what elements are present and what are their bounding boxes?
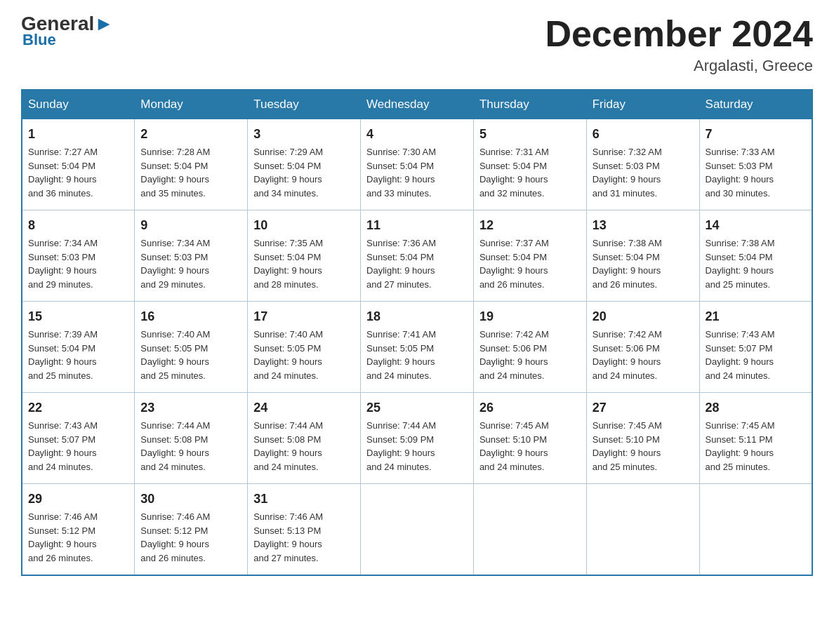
calendar-day-cell: 28Sunrise: 7:45 AMSunset: 5:11 PMDayligh… <box>699 393 812 484</box>
day-info: Sunrise: 7:37 AMSunset: 5:04 PMDaylight:… <box>479 236 581 291</box>
calendar-day-cell: 7Sunrise: 7:33 AMSunset: 5:03 PMDaylight… <box>699 119 812 210</box>
day-info: Sunrise: 7:30 AMSunset: 5:04 PMDaylight:… <box>366 145 468 200</box>
day-info: Sunrise: 7:46 AMSunset: 5:12 PMDaylight:… <box>140 510 241 565</box>
calendar-day-cell: 8Sunrise: 7:34 AMSunset: 5:03 PMDaylight… <box>22 210 135 302</box>
col-header-thursday: Thursday <box>473 90 586 119</box>
calendar-day-cell: 27Sunrise: 7:45 AMSunset: 5:10 PMDayligh… <box>586 393 699 484</box>
day-number: 26 <box>479 398 581 417</box>
day-number: 6 <box>593 125 694 144</box>
month-year-title: December 2024 <box>545 14 813 54</box>
calendar-day-cell <box>586 484 699 576</box>
calendar-day-cell: 24Sunrise: 7:44 AMSunset: 5:08 PMDayligh… <box>248 393 361 484</box>
day-info: Sunrise: 7:46 AMSunset: 5:12 PMDaylight:… <box>28 510 128 565</box>
day-number: 11 <box>366 216 468 235</box>
calendar-day-cell: 21Sunrise: 7:43 AMSunset: 5:07 PMDayligh… <box>699 302 812 393</box>
calendar-week-row: 29Sunrise: 7:46 AMSunset: 5:12 PMDayligh… <box>22 484 812 576</box>
calendar-table: SundayMondayTuesdayWednesdayThursdayFrid… <box>21 89 813 576</box>
calendar-day-cell: 19Sunrise: 7:42 AMSunset: 5:06 PMDayligh… <box>473 302 586 393</box>
day-info: Sunrise: 7:28 AMSunset: 5:04 PMDaylight:… <box>140 145 241 200</box>
day-info: Sunrise: 7:40 AMSunset: 5:05 PMDaylight:… <box>140 328 241 382</box>
calendar-week-row: 1Sunrise: 7:27 AMSunset: 5:04 PMDaylight… <box>22 119 812 210</box>
calendar-week-row: 22Sunrise: 7:43 AMSunset: 5:07 PMDayligh… <box>22 393 812 484</box>
day-info: Sunrise: 7:41 AMSunset: 5:05 PMDaylight:… <box>366 328 468 382</box>
calendar-day-cell: 1Sunrise: 7:27 AMSunset: 5:04 PMDaylight… <box>22 119 135 210</box>
day-info: Sunrise: 7:46 AMSunset: 5:13 PMDaylight:… <box>253 510 355 565</box>
location-label: Argalasti, Greece <box>545 57 813 75</box>
calendar-day-cell: 18Sunrise: 7:41 AMSunset: 5:05 PMDayligh… <box>361 302 474 393</box>
calendar-day-cell: 13Sunrise: 7:38 AMSunset: 5:04 PMDayligh… <box>586 210 699 302</box>
day-number: 17 <box>253 307 355 326</box>
calendar-day-cell: 25Sunrise: 7:44 AMSunset: 5:09 PMDayligh… <box>361 393 474 484</box>
calendar-day-cell: 22Sunrise: 7:43 AMSunset: 5:07 PMDayligh… <box>22 393 135 484</box>
col-header-monday: Monday <box>135 90 248 119</box>
day-info: Sunrise: 7:43 AMSunset: 5:07 PMDaylight:… <box>706 328 806 382</box>
day-number: 1 <box>28 125 128 144</box>
calendar-day-cell: 4Sunrise: 7:30 AMSunset: 5:04 PMDaylight… <box>361 119 474 210</box>
calendar-day-cell: 30Sunrise: 7:46 AMSunset: 5:12 PMDayligh… <box>135 484 248 576</box>
day-info: Sunrise: 7:42 AMSunset: 5:06 PMDaylight:… <box>593 328 694 382</box>
day-number: 12 <box>479 216 581 235</box>
day-number: 2 <box>140 125 241 144</box>
calendar-day-cell: 15Sunrise: 7:39 AMSunset: 5:04 PMDayligh… <box>22 302 135 393</box>
col-header-saturday: Saturday <box>699 90 812 119</box>
day-info: Sunrise: 7:40 AMSunset: 5:05 PMDaylight:… <box>253 328 355 382</box>
day-number: 16 <box>140 307 241 326</box>
calendar-day-cell <box>473 484 586 576</box>
calendar-day-cell: 10Sunrise: 7:35 AMSunset: 5:04 PMDayligh… <box>248 210 361 302</box>
day-number: 18 <box>366 307 468 326</box>
calendar-header-row: SundayMondayTuesdayWednesdayThursdayFrid… <box>22 90 812 119</box>
day-info: Sunrise: 7:34 AMSunset: 5:03 PMDaylight:… <box>140 236 241 291</box>
day-info: Sunrise: 7:32 AMSunset: 5:03 PMDaylight:… <box>593 145 694 200</box>
day-number: 15 <box>28 307 128 326</box>
day-info: Sunrise: 7:34 AMSunset: 5:03 PMDaylight:… <box>28 236 128 291</box>
calendar-day-cell: 2Sunrise: 7:28 AMSunset: 5:04 PMDaylight… <box>135 119 248 210</box>
day-number: 14 <box>706 216 806 235</box>
day-number: 20 <box>593 307 694 326</box>
day-info: Sunrise: 7:27 AMSunset: 5:04 PMDaylight:… <box>28 145 128 200</box>
day-number: 5 <box>479 125 581 144</box>
day-info: Sunrise: 7:44 AMSunset: 5:08 PMDaylight:… <box>140 419 241 474</box>
calendar-day-cell: 20Sunrise: 7:42 AMSunset: 5:06 PMDayligh… <box>586 302 699 393</box>
day-number: 23 <box>140 398 241 417</box>
day-number: 3 <box>253 125 355 144</box>
col-header-tuesday: Tuesday <box>248 90 361 119</box>
day-info: Sunrise: 7:42 AMSunset: 5:06 PMDaylight:… <box>479 328 581 382</box>
calendar-day-cell <box>699 484 812 576</box>
day-info: Sunrise: 7:38 AMSunset: 5:04 PMDaylight:… <box>706 236 806 291</box>
day-number: 21 <box>706 307 806 326</box>
calendar-day-cell: 5Sunrise: 7:31 AMSunset: 5:04 PMDaylight… <box>473 119 586 210</box>
calendar-day-cell: 26Sunrise: 7:45 AMSunset: 5:10 PMDayligh… <box>473 393 586 484</box>
day-number: 29 <box>28 490 128 509</box>
day-number: 4 <box>366 125 468 144</box>
day-number: 9 <box>140 216 241 235</box>
day-number: 30 <box>140 490 241 509</box>
day-info: Sunrise: 7:38 AMSunset: 5:04 PMDaylight:… <box>593 236 694 291</box>
day-info: Sunrise: 7:44 AMSunset: 5:08 PMDaylight:… <box>253 419 355 474</box>
day-number: 22 <box>28 398 128 417</box>
day-info: Sunrise: 7:44 AMSunset: 5:09 PMDaylight:… <box>366 419 468 474</box>
day-number: 19 <box>479 307 581 326</box>
calendar-day-cell: 9Sunrise: 7:34 AMSunset: 5:03 PMDaylight… <box>135 210 248 302</box>
day-info: Sunrise: 7:45 AMSunset: 5:10 PMDaylight:… <box>593 419 694 474</box>
calendar-day-cell: 17Sunrise: 7:40 AMSunset: 5:05 PMDayligh… <box>248 302 361 393</box>
day-info: Sunrise: 7:39 AMSunset: 5:04 PMDaylight:… <box>28 328 128 382</box>
calendar-day-cell: 16Sunrise: 7:40 AMSunset: 5:05 PMDayligh… <box>135 302 248 393</box>
calendar-day-cell: 6Sunrise: 7:32 AMSunset: 5:03 PMDaylight… <box>586 119 699 210</box>
calendar-day-cell: 11Sunrise: 7:36 AMSunset: 5:04 PMDayligh… <box>361 210 474 302</box>
page-header: General► Blue December 2024 Argalasti, G… <box>21 14 813 75</box>
day-number: 27 <box>593 398 694 417</box>
day-number: 13 <box>593 216 694 235</box>
day-number: 8 <box>28 216 128 235</box>
calendar-day-cell <box>361 484 474 576</box>
calendar-week-row: 8Sunrise: 7:34 AMSunset: 5:03 PMDaylight… <box>22 210 812 302</box>
col-header-wednesday: Wednesday <box>361 90 474 119</box>
calendar-day-cell: 12Sunrise: 7:37 AMSunset: 5:04 PMDayligh… <box>473 210 586 302</box>
day-info: Sunrise: 7:35 AMSunset: 5:04 PMDaylight:… <box>253 236 355 291</box>
title-section: December 2024 Argalasti, Greece <box>545 14 813 75</box>
day-info: Sunrise: 7:45 AMSunset: 5:11 PMDaylight:… <box>706 419 806 474</box>
col-header-friday: Friday <box>586 90 699 119</box>
calendar-day-cell: 29Sunrise: 7:46 AMSunset: 5:12 PMDayligh… <box>22 484 135 576</box>
day-number: 24 <box>253 398 355 417</box>
day-info: Sunrise: 7:31 AMSunset: 5:04 PMDaylight:… <box>479 145 581 200</box>
day-number: 10 <box>253 216 355 235</box>
